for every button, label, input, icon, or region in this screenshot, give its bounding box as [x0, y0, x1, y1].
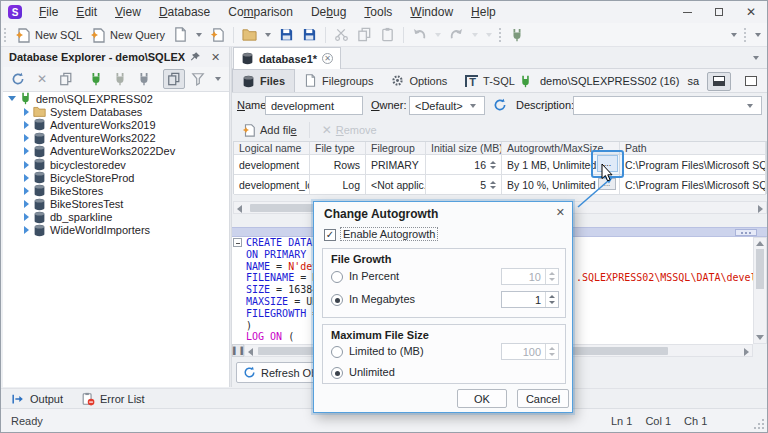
new-sql-button[interactable]: New SQL: [11, 25, 86, 45]
new-connection-tool-button[interactable]: [85, 69, 107, 89]
tree-item-db[interactable]: bicyclestoredev: [3, 158, 229, 171]
copy-button[interactable]: [353, 25, 376, 45]
tree-item-db[interactable]: WideWorldImporters: [3, 224, 229, 237]
expanded-arrow-icon[interactable]: [8, 96, 16, 101]
menu-help[interactable]: Help: [462, 1, 505, 23]
code-fold-icon[interactable]: [233, 238, 242, 247]
in-megabytes-label[interactable]: In Megabytes: [349, 293, 415, 305]
explorer-close-icon[interactable]: ✕: [211, 51, 220, 64]
explorer-duplicate-button[interactable]: [55, 69, 77, 89]
toolbar-overflow-dropdown[interactable]: [731, 33, 737, 37]
explorer-toolbar-dropdown[interactable]: [215, 77, 221, 81]
history-dropdown[interactable]: [486, 33, 492, 37]
redo-dropdown[interactable]: [472, 33, 478, 37]
cut-button[interactable]: [330, 25, 353, 45]
tree-item-db[interactable]: AdventureWorks2022: [3, 132, 229, 145]
toolbar-grip[interactable]: [4, 28, 6, 42]
new-document-button[interactable]: [169, 25, 192, 45]
open-button[interactable]: [238, 25, 261, 45]
collapsed-arrow-icon[interactable]: [24, 108, 29, 116]
tree-server-node[interactable]: demo\SQLEXPRESS02: [3, 92, 229, 105]
collapsed-arrow-icon[interactable]: [24, 187, 29, 195]
menu-debug[interactable]: Debug: [302, 1, 355, 23]
collapsed-arrow-icon[interactable]: [24, 134, 29, 142]
menu-edit[interactable]: Edit: [67, 1, 106, 23]
menu-view[interactable]: View: [106, 1, 150, 23]
maximize-button[interactable]: [703, 1, 735, 23]
toolbar-options-dropdown[interactable]: [755, 33, 761, 37]
undo-dropdown[interactable]: [435, 33, 441, 37]
connect-tool-button[interactable]: [109, 69, 131, 89]
tree-item-db[interactable]: AdventureWorks2022Dev: [3, 145, 229, 158]
tab-output[interactable]: Output: [11, 392, 63, 406]
tree-item-db[interactable]: BicycleStoreProd: [3, 171, 229, 184]
full-view-button[interactable]: [739, 72, 763, 91]
documents-view-button[interactable]: [163, 69, 185, 89]
filter-button[interactable]: [187, 69, 209, 89]
pane-split-button[interactable]: ▌▐: [232, 344, 244, 357]
new-document-dropdown[interactable]: [196, 33, 202, 37]
owner-select[interactable]: <Default>: [409, 96, 485, 115]
tree-item-system-databases[interactable]: System Databases: [3, 105, 229, 118]
tab-files[interactable]: Files: [232, 69, 295, 92]
scroll-left-icon[interactable]: [248, 348, 253, 356]
save-all-button[interactable]: [298, 25, 321, 45]
tab-options[interactable]: Options: [382, 69, 456, 92]
enable-autogrowth-label[interactable]: Enable Autogrowth: [341, 228, 437, 240]
add-file-button[interactable]: Add file: [238, 120, 301, 140]
cancel-button[interactable]: Cancel: [517, 389, 569, 408]
collapsed-arrow-icon[interactable]: [24, 226, 29, 234]
name-input[interactable]: development: [265, 96, 363, 115]
scroll-up-icon[interactable]: [756, 241, 764, 246]
collapsed-arrow-icon[interactable]: [24, 121, 29, 129]
ok-button[interactable]: OK: [457, 389, 507, 408]
connect-button[interactable]: [506, 25, 528, 45]
tree-item-db[interactable]: db_sparkline: [3, 211, 229, 224]
new-query-button[interactable]: New Query: [86, 25, 169, 45]
pin-icon[interactable]: [189, 51, 201, 63]
toolbar-grip-2[interactable]: [499, 28, 501, 42]
split-view-button[interactable]: [707, 72, 731, 91]
new-connection-button[interactable]: [206, 25, 229, 45]
limited-to-label[interactable]: Limited to (MB): [349, 345, 424, 357]
menu-window[interactable]: Window: [401, 1, 462, 23]
sql-vertical-scrollbar[interactable]: [753, 237, 767, 344]
document-list-dropdown[interactable]: [753, 56, 759, 60]
tab-database1[interactable]: database1* ✕: [233, 47, 341, 69]
redo-button[interactable]: [445, 25, 468, 45]
enable-autogrowth-checkbox[interactable]: [324, 229, 336, 241]
col-logical-name[interactable]: Logical name: [234, 142, 310, 155]
open-dropdown[interactable]: [265, 33, 271, 37]
connection-user[interactable]: sa: [687, 75, 699, 87]
tree-item-db[interactable]: BikeStoresTest: [3, 198, 229, 211]
in-megabytes-radio[interactable]: [331, 294, 343, 306]
save-button[interactable]: [275, 25, 298, 45]
minimize-button[interactable]: [671, 1, 703, 23]
splitter-collapse-handle[interactable]: [735, 229, 757, 236]
remove-button[interactable]: ✕ Remove: [318, 120, 381, 140]
refresh-object-button[interactable]: Refresh Object: [236, 362, 320, 383]
menu-file[interactable]: File: [30, 1, 67, 23]
limited-stepper[interactable]: 100: [501, 343, 559, 360]
dialog-close-icon[interactable]: ✕: [556, 206, 565, 219]
collapsed-arrow-icon[interactable]: [24, 147, 29, 155]
unlimited-radio[interactable]: [331, 367, 343, 379]
tab-tsql[interactable]: T T-SQL: [456, 69, 524, 92]
toolbar-grip-right[interactable]: [744, 28, 746, 42]
collapsed-arrow-icon[interactable]: [24, 200, 29, 208]
owner-refresh-button[interactable]: [493, 98, 507, 112]
tab-close-icon[interactable]: ✕: [322, 53, 333, 64]
paste-button[interactable]: [376, 25, 399, 45]
explorer-delete-button[interactable]: ✕: [31, 69, 53, 89]
menu-comparison[interactable]: Comparison: [219, 1, 302, 23]
description-input[interactable]: [573, 96, 762, 115]
col-file-type[interactable]: File type: [310, 142, 366, 155]
scroll-right-icon[interactable]: [744, 348, 749, 356]
in-percent-label[interactable]: In Percent: [349, 270, 399, 282]
connection-server[interactable]: demo\SQLEXPRESS02 (16): [540, 75, 679, 87]
percent-stepper[interactable]: 10: [501, 268, 559, 285]
tab-filegroups[interactable]: Filegroups: [295, 69, 382, 92]
tree-item-db[interactable]: AdventureWorks2019: [3, 118, 229, 131]
table-row[interactable]: development Rows PRIMARY 16 By 1 MB, Unl…: [234, 155, 766, 175]
menu-database[interactable]: Database: [150, 1, 219, 23]
